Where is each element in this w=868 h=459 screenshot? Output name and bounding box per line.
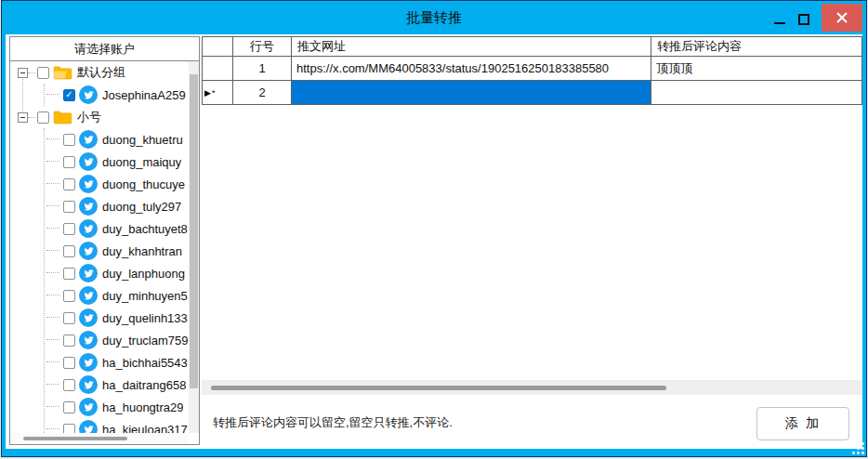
tree-horizontal-scrollbar[interactable] [10, 433, 189, 444]
twitter-icon [79, 152, 98, 171]
hint-text: 转推后评论内容可以留空,留空只转推,不评论. [213, 414, 453, 431]
account-checkbox[interactable] [63, 156, 75, 168]
tree-group-children: duong_khuetruduong_maiquyduong_thucuyedu… [44, 128, 199, 440]
row-header-column-header[interactable] [203, 37, 233, 57]
account-label[interactable]: duong_thucuye [102, 177, 185, 191]
account-row[interactable]: duy_lanphuong [45, 262, 199, 284]
account-row[interactable]: duong_thucuye [45, 173, 199, 195]
tweet-table: 行号推文网址转推后评论内容 1https://x.com/MM64005833/… [202, 36, 862, 105]
table-row: ▶*2 [203, 81, 862, 105]
expand-toggle-icon[interactable] [18, 112, 28, 123]
account-row[interactable]: duy_khanhtran [45, 240, 199, 262]
account-checkbox[interactable] [63, 178, 75, 190]
account-label[interactable]: duong_maiquy [102, 155, 181, 169]
account-checkbox[interactable] [63, 268, 75, 280]
account-row[interactable]: ha_daitrang658 [45, 374, 199, 396]
account-label[interactable]: duong_tuly297 [102, 200, 181, 214]
new-row-indicator-icon: ▶* [204, 88, 216, 98]
table-horizontal-scrollbar-thumb[interactable] [211, 386, 666, 390]
account-label[interactable]: JosephinaA259 [102, 88, 186, 102]
account-label[interactable]: duy_minhuyen5 [102, 289, 188, 303]
account-checkbox[interactable] [63, 334, 75, 347]
folder-icon [53, 110, 72, 125]
close-button[interactable] [822, 4, 862, 32]
tweet-url-cell[interactable] [292, 81, 651, 105]
comment-cell[interactable]: 顶顶顶 [651, 57, 862, 81]
table-header-row: 行号推文网址转推后评论内容 [203, 37, 862, 57]
account-label[interactable]: ha_daitrang658 [102, 378, 186, 392]
minimize-icon [774, 22, 785, 24]
line-number-column-header[interactable]: 行号 [233, 37, 292, 57]
account-row[interactable]: ha_huongtra29 [45, 396, 199, 418]
tree-vertical-scrollbar[interactable] [189, 61, 199, 433]
tweet-url-column-header[interactable]: 推文网址 [292, 37, 651, 57]
twitter-icon [79, 175, 98, 193]
account-row[interactable]: duy_quelinh133 [45, 307, 199, 329]
twitter-icon [79, 286, 98, 305]
account-label[interactable]: ha_huongtra29 [102, 400, 183, 414]
account-label[interactable]: duy_khanhtran [102, 244, 182, 258]
resize-grip[interactable] [852, 442, 865, 455]
tweet-url-cell[interactable]: https://x.com/MM64005833/status/19025162… [292, 57, 651, 81]
comment-cell[interactable] [651, 81, 862, 105]
account-label[interactable]: duy_lanphuong [102, 267, 185, 281]
account-checkbox[interactable] [63, 357, 75, 369]
group-label[interactable]: 小号 [77, 109, 101, 125]
tree-group-row[interactable]: 默认分组 [10, 61, 199, 84]
titlebar[interactable]: 批量转推 [2, 1, 866, 34]
account-label[interactable]: duy_bachtuyet8 [102, 222, 188, 236]
account-row[interactable]: duy_minhuyen5 [45, 284, 199, 307]
account-checkbox[interactable] [63, 201, 75, 213]
comment-column-header[interactable]: 转推后评论内容 [651, 37, 862, 57]
tree-group-row[interactable]: 小号 [10, 106, 199, 128]
account-row[interactable]: duong_maiquy [45, 151, 199, 173]
table-horizontal-scrollbar[interactable] [202, 380, 862, 395]
group-checkbox[interactable] [37, 111, 49, 124]
tree-vertical-scrollbar-thumb[interactable] [190, 74, 198, 388]
folder-icon [53, 65, 72, 80]
account-checkbox[interactable] [63, 245, 75, 257]
account-row[interactable]: duy_bachtuyet8 [45, 217, 199, 240]
account-checkbox[interactable] [63, 312, 75, 324]
account-checkbox[interactable] [63, 401, 75, 413]
twitter-icon [79, 308, 98, 327]
client-area: 请选择账户 默认分组JosephinaA259小号duong_khuetrudu… [6, 34, 862, 449]
tree-items: 默认分组JosephinaA259小号duong_khuetruduong_ma… [10, 61, 199, 440]
account-checkbox[interactable] [63, 89, 75, 101]
account-label[interactable]: duy_truclam759 [102, 334, 189, 348]
group-label[interactable]: 默认分组 [77, 64, 125, 81]
minimize-button[interactable] [768, 4, 792, 32]
account-label[interactable]: ha_bichhai5543 [102, 356, 188, 370]
maximize-button[interactable] [792, 4, 816, 32]
account-label[interactable]: duong_khuetru [102, 133, 183, 147]
window-controls [768, 1, 862, 34]
tree-dotted-stub [28, 72, 35, 73]
row-header-cell[interactable] [203, 57, 233, 81]
account-row[interactable]: JosephinaA259 [45, 84, 199, 106]
table-body: 1https://x.com/MM64005833/status/1902516… [203, 57, 862, 105]
add-button[interactable]: 添 加 [756, 407, 849, 440]
row-header-cell[interactable]: ▶* [203, 81, 233, 105]
account-row[interactable]: duong_tuly297 [45, 195, 199, 217]
account-label[interactable]: duy_quelinh133 [102, 311, 188, 325]
account-checkbox[interactable] [63, 134, 75, 146]
twitter-icon [79, 197, 98, 216]
table-row: 1https://x.com/MM64005833/status/1902516… [203, 57, 862, 81]
line-number-cell[interactable]: 1 [233, 57, 292, 81]
twitter-icon [79, 219, 98, 238]
account-row[interactable]: ha_bichhai5543 [45, 351, 199, 374]
account-checkbox[interactable] [63, 290, 75, 302]
account-row[interactable]: duy_truclam759 [45, 329, 199, 351]
account-panel-header: 请选择账户 [10, 37, 199, 61]
tree-group-children: JosephinaA259 [44, 84, 199, 106]
line-number-cell[interactable]: 2 [233, 81, 292, 105]
account-row[interactable]: duong_khuetru [45, 128, 199, 151]
twitter-icon [79, 398, 98, 416]
tree-dotted-stub [28, 117, 35, 118]
tree-horizontal-scrollbar-thumb[interactable] [23, 437, 127, 440]
account-tree: 默认分组JosephinaA259小号duong_khuetruduong_ma… [10, 61, 199, 444]
account-checkbox[interactable] [63, 223, 75, 235]
expand-toggle-icon[interactable] [18, 68, 28, 78]
group-checkbox[interactable] [37, 67, 49, 79]
account-checkbox[interactable] [63, 379, 75, 391]
